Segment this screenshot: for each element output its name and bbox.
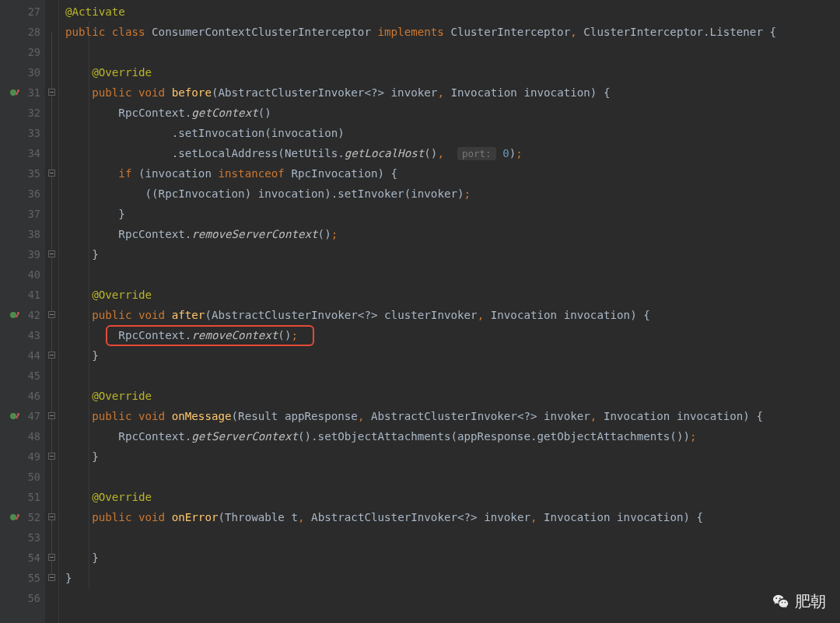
line-number: 45 [23,366,40,386]
code-line[interactable]: @Override [65,487,840,507]
override-gutter-icon[interactable] [9,310,20,320]
line-number: 28 [23,22,40,42]
code-line[interactable]: RpcContext.removeContext(); [65,325,840,345]
fold-handle-icon[interactable] [48,170,55,177]
line-number: 46 [23,386,40,406]
svg-point-3 [10,514,16,520]
line-number: 32 [23,103,40,123]
code-line[interactable]: @Override [65,285,840,305]
param-hint: port: [457,147,496,160]
fold-handle-icon[interactable] [48,412,55,419]
code-line[interactable]: RpcContext.removeServerContext(); [65,224,840,244]
fold-handle-icon[interactable] [48,453,55,460]
fold-handle-icon[interactable] [48,89,55,96]
code-line[interactable] [65,527,840,548]
svg-point-0 [10,89,16,96]
code-line[interactable]: @Override [65,386,840,406]
line-number: 51 [23,487,40,507]
line-number: 49 [23,446,40,467]
line-number: 39 [23,244,40,264]
line-number: 31 [23,82,40,103]
line-number: 53 [23,527,40,548]
line-number: 33 [23,123,40,143]
line-number: 27 [23,2,40,22]
code-line[interactable]: public void after(AbstractClusterInvoker… [65,305,840,325]
code-line[interactable]: public void onMessage(Result appResponse… [65,406,840,426]
line-number: 47 [23,406,40,426]
line-number: 34 [23,143,40,163]
watermark-text: 肥朝 [795,591,826,612]
code-line[interactable] [65,467,840,487]
code-line[interactable] [65,366,840,386]
code-line[interactable]: public void before(AbstractClusterInvoke… [65,82,840,103]
line-number: 44 [23,345,40,366]
fold-handle-icon[interactable] [48,554,55,561]
code-line[interactable]: } [65,345,840,366]
line-number: 48 [23,426,40,446]
override-gutter-icon[interactable] [9,87,20,98]
fold-handle-icon[interactable] [48,352,55,359]
code-content[interactable]: @Activate public class ConsumerContextCl… [59,0,840,623]
line-number: 38 [23,224,40,244]
line-number: 37 [23,204,40,224]
line-number: 42 [23,305,40,325]
code-line[interactable]: public void onError(Throwable t, Abstrac… [65,507,840,527]
code-line[interactable]: } [65,568,840,588]
line-number: 30 [23,62,40,82]
svg-point-2 [10,413,16,419]
fold-handle-icon[interactable] [48,250,55,257]
code-line[interactable]: ((RpcInvocation) invocation).setInvoker(… [65,184,840,204]
line-number: 54 [23,548,40,568]
line-number: 29 [23,42,40,62]
line-number: 50 [23,467,40,487]
line-number: 41 [23,285,40,305]
line-number: 56 [23,588,40,608]
fold-handle-icon[interactable] [48,574,55,581]
line-number-gutter: 27 28 29 30 31 32 33 34 35 36 37 38 39 4… [0,0,45,623]
wechat-icon [772,593,790,611]
code-line[interactable] [65,264,840,285]
fold-handle-icon[interactable] [48,311,55,318]
line-number: 35 [23,163,40,184]
code-line[interactable]: .setLocalAddress(NetUtils.getLocalHost()… [65,143,840,163]
override-gutter-icon[interactable] [9,411,20,422]
code-line[interactable]: .setInvocation(invocation) [65,123,840,143]
line-number: 52 [23,507,40,527]
watermark: 肥朝 [772,591,826,612]
code-line[interactable]: } [65,204,840,224]
code-editor[interactable]: 27 28 29 30 31 32 33 34 35 36 37 38 39 4… [0,0,840,623]
code-line[interactable]: public class ConsumerContextClusterInter… [65,22,840,42]
line-number: 40 [23,264,40,285]
fold-handle-icon[interactable] [48,513,55,520]
line-number: 43 [23,325,40,345]
line-number: 36 [23,184,40,204]
code-line[interactable]: } [65,244,840,264]
fold-column [45,0,59,623]
code-line[interactable]: RpcContext.getServerContext().setObjectA… [65,426,840,446]
code-line[interactable]: @Override [65,62,840,82]
override-gutter-icon[interactable] [9,512,20,523]
line-number: 55 [23,568,40,588]
code-line[interactable]: } [65,446,840,467]
svg-point-1 [10,312,16,318]
code-line[interactable]: @Activate [65,2,840,22]
code-line[interactable] [65,588,840,608]
code-line[interactable] [65,42,840,62]
code-line[interactable]: } [65,548,840,568]
code-line[interactable]: RpcContext.getContext() [65,103,840,123]
code-line[interactable]: if (invocation instanceof RpcInvocation)… [65,163,840,184]
